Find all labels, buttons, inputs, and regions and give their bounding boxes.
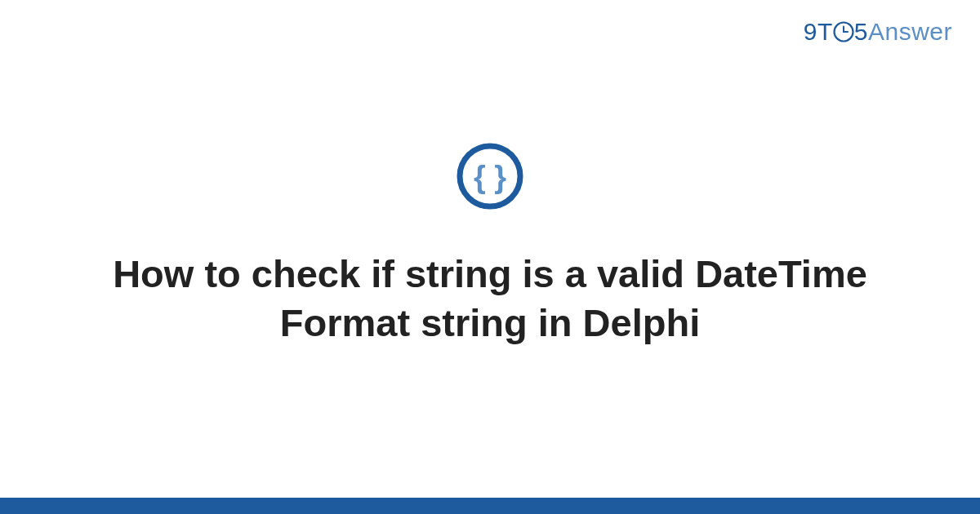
code-braces-icon: { } (456, 142, 524, 210)
svg-text:{ }: { } (474, 160, 506, 194)
category-icon-wrap: { } (456, 142, 524, 210)
footer-bar (0, 498, 980, 514)
page-title: How to check if string is a valid DateTi… (74, 250, 906, 348)
main-content: { } How to check if string is a valid Da… (0, 0, 980, 514)
